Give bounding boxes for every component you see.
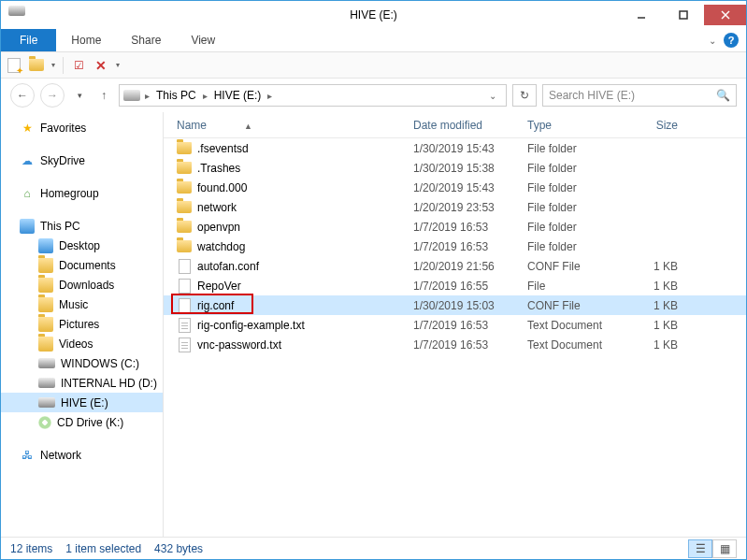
sidebar-item-desktop[interactable]: Desktop — [1, 236, 163, 255]
up-button[interactable]: ↑ — [94, 86, 113, 105]
tab-home[interactable]: Home — [56, 29, 116, 51]
breadcrumb-drive[interactable]: HIVE (E:) — [212, 89, 264, 102]
chevron-right-icon[interactable]: ▸ — [142, 91, 152, 101]
file-row[interactable]: watchdog1/7/2019 16:53File folder — [164, 237, 746, 256]
properties-icon[interactable]: ☑ — [71, 58, 86, 73]
column-size[interactable]: Size — [629, 119, 695, 132]
desktop-icon — [38, 238, 53, 253]
file-name: network — [197, 201, 237, 214]
file-row[interactable]: .Trashes1/30/2019 15:38File folder — [164, 158, 746, 178]
folder-icon — [177, 201, 192, 213]
drive-icon — [38, 378, 55, 388]
file-row[interactable]: network1/20/2019 23:53File folder — [164, 197, 746, 217]
file-name: openvpn — [197, 221, 240, 234]
sidebar-item-hive-e[interactable]: HIVE (E:) — [1, 393, 163, 412]
sidebar-item-documents[interactable]: Documents — [1, 255, 163, 275]
view-details-button[interactable]: ☰ — [688, 539, 712, 558]
main-content: ★Favorites ☁SkyDrive ⌂Homegroup This PC … — [1, 112, 746, 537]
sidebar-item-videos[interactable]: Videos — [1, 334, 163, 353]
ribbon-expand-icon[interactable]: ⌄ — [709, 36, 716, 46]
sidebar-item-cd-k[interactable]: CD Drive (K:) — [1, 412, 163, 432]
file-name: autofan.conf — [197, 260, 259, 273]
file-icon — [179, 259, 191, 274]
file-type: File folder — [527, 162, 629, 175]
file-row[interactable]: rig-config-example.txt1/7/2019 16:53Text… — [164, 315, 746, 335]
column-date[interactable]: Date modified — [413, 119, 527, 132]
ribbon-tabs: File Home Share View ⌄ ? — [1, 29, 746, 52]
address-bar[interactable]: ▸ This PC ▸ HIVE (E:) ▸ ⌄ — [119, 84, 507, 107]
new-folder-icon[interactable] — [29, 58, 44, 73]
file-type: File folder — [527, 240, 629, 253]
file-row[interactable]: RepoVer1/7/2019 16:55File1 KB — [164, 276, 746, 295]
file-date: 1/20/2019 15:43 — [413, 181, 527, 194]
sidebar-item-music[interactable]: Music — [1, 294, 163, 314]
star-icon: ★ — [20, 121, 35, 136]
folder-icon — [38, 297, 53, 312]
file-type: File folder — [527, 142, 629, 155]
file-date: 1/30/2019 15:38 — [413, 162, 527, 175]
file-name: RepoVer — [197, 280, 241, 293]
folder-icon — [177, 181, 192, 194]
sidebar-homegroup[interactable]: ⌂Homegroup — [1, 183, 163, 203]
chevron-right-icon[interactable]: ▸ — [200, 91, 210, 101]
status-bar: 12 items 1 item selected 432 bytes ☰ ▦ — [1, 537, 746, 559]
sidebar-item-pictures[interactable]: Pictures — [1, 314, 163, 334]
refresh-button[interactable]: ↻ — [512, 84, 537, 107]
help-icon[interactable]: ? — [724, 33, 739, 48]
file-rows: .fseventsd1/30/2019 15:43File folder.Tra… — [164, 138, 746, 537]
sidebar-this-pc[interactable]: This PC — [1, 216, 163, 236]
quick-access-toolbar: ▾ ☑ ✕ ▾ — [1, 52, 746, 79]
window-title: HIVE (E:) — [350, 8, 397, 22]
minimize-button[interactable] — [620, 5, 662, 25]
file-date: 1/7/2019 16:55 — [413, 280, 527, 293]
column-type[interactable]: Type — [527, 119, 629, 132]
cloud-icon: ☁ — [20, 153, 35, 168]
file-date: 1/7/2019 16:53 — [413, 319, 527, 332]
column-header-row: Name▲ Date modified Type Size — [164, 112, 746, 138]
drive-icon — [38, 397, 55, 408]
sidebar-network[interactable]: 🖧Network — [1, 445, 163, 465]
search-input[interactable]: Search HIVE (E:) 🔍 — [542, 84, 737, 107]
file-row[interactable]: openvpn1/7/2019 16:53File folder — [164, 217, 746, 237]
sidebar-item-windows-c[interactable]: WINDOWS (C:) — [1, 353, 163, 373]
file-date: 1/7/2019 16:53 — [413, 221, 527, 234]
maximize-button[interactable] — [662, 5, 704, 25]
file-size: 1 KB — [629, 260, 695, 273]
column-name[interactable]: Name▲ — [177, 119, 413, 132]
close-button[interactable] — [704, 5, 746, 25]
sidebar-item-internal-d[interactable]: INTERNAL HD (D:) — [1, 373, 163, 393]
view-icons-button[interactable]: ▦ — [712, 539, 737, 558]
chevron-right-icon[interactable]: ▸ — [265, 91, 275, 101]
file-row[interactable]: vnc-password.txt1/7/2019 16:53Text Docum… — [164, 335, 746, 354]
new-item-icon[interactable] — [7, 58, 22, 73]
computer-icon — [20, 219, 35, 234]
sidebar-favorites[interactable]: ★Favorites — [1, 118, 163, 137]
tab-view[interactable]: View — [176, 29, 230, 51]
breadcrumb-this-pc[interactable]: This PC — [154, 89, 198, 102]
app-icon — [8, 6, 27, 24]
history-dropdown[interactable]: ▾ — [70, 86, 89, 105]
file-date: 1/7/2019 16:53 — [413, 240, 527, 253]
file-row[interactable]: found.0001/20/2019 15:43File folder — [164, 178, 746, 197]
file-row[interactable]: autofan.conf1/20/2019 21:56CONF File1 KB — [164, 256, 746, 276]
address-dropdown-icon[interactable]: ⌄ — [483, 91, 502, 101]
folder-icon — [38, 258, 53, 273]
tab-share[interactable]: Share — [116, 29, 176, 51]
forward-button[interactable]: → — [40, 83, 65, 108]
back-button[interactable]: ← — [10, 83, 35, 108]
text-file-icon — [179, 337, 191, 352]
file-tab[interactable]: File — [1, 29, 56, 51]
sidebar-item-downloads[interactable]: Downloads — [1, 275, 163, 294]
status-selected: 1 item selected — [65, 542, 141, 555]
folder-icon — [177, 162, 192, 174]
file-row[interactable]: .fseventsd1/30/2019 15:43File folder — [164, 138, 746, 158]
file-list-pane: Name▲ Date modified Type Size .fseventsd… — [164, 112, 746, 537]
folder-icon — [38, 278, 53, 293]
delete-icon[interactable]: ✕ — [93, 58, 108, 73]
file-row[interactable]: rig.conf1/30/2019 15:03CONF File1 KB — [164, 295, 746, 315]
drive-icon — [38, 358, 55, 368]
file-date: 1/30/2019 15:03 — [413, 299, 527, 312]
file-date: 1/20/2019 21:56 — [413, 260, 527, 273]
folder-icon — [177, 142, 192, 154]
sidebar-skydrive[interactable]: ☁SkyDrive — [1, 151, 163, 170]
